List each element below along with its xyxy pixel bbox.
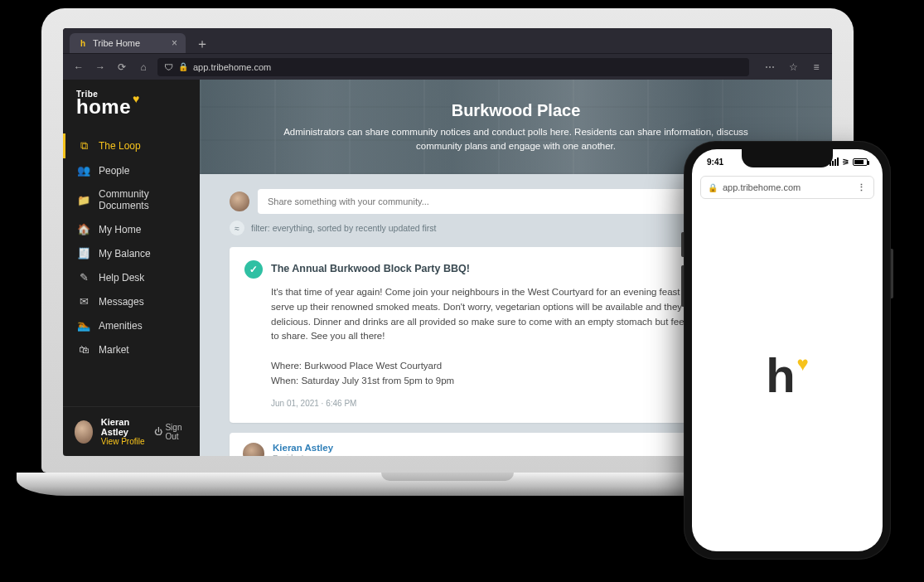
- tab-title: Tribe Home: [93, 38, 140, 48]
- sidebar-item-community-documents[interactable]: 📁 Community Documents: [63, 182, 200, 217]
- pool-icon: 🏊: [77, 319, 90, 332]
- community-subtitle: Administrators can share community notic…: [268, 125, 765, 152]
- browser-toolbar: ← → ⟳ ⌂ 🛡 🔒 app.tribehome.com ⋯ ☆ ≡: [63, 53, 832, 80]
- folder-icon: 📁: [77, 194, 90, 206]
- receipt-icon: 🧾: [77, 247, 90, 259]
- nav-reload-button[interactable]: ⟳: [114, 60, 129, 75]
- laptop-hinge-notch: [381, 473, 514, 481]
- community-title: Burkwood Place: [452, 101, 581, 120]
- sidebar-item-label: Help Desk: [99, 272, 144, 284]
- view-profile-link[interactable]: View Profile: [101, 437, 147, 446]
- envelope-icon: ✉: [77, 295, 90, 308]
- phone-side-button: [891, 249, 893, 298]
- hamburger-menu-icon[interactable]: ≡: [809, 60, 824, 75]
- address-bar[interactable]: 🛡 🔒 app.tribehome.com: [157, 58, 749, 76]
- reply-author-name: Kieran Astley: [273, 443, 447, 453]
- more-dots-icon[interactable]: ⋯: [762, 60, 777, 75]
- browser-tab[interactable]: h Tribe Home ×: [70, 33, 186, 53]
- phone-time: 9:41: [707, 158, 723, 167]
- sidebar-nav: ⧉ The Loop 👥 People 📁 Community Document…: [63, 133, 200, 361]
- user-avatar[interactable]: [75, 420, 93, 444]
- kebab-menu-icon[interactable]: ⋮: [857, 182, 867, 193]
- people-icon: 👥: [77, 164, 90, 177]
- nav-forward-button[interactable]: →: [93, 60, 108, 75]
- lock-icon: 🔒: [708, 183, 718, 192]
- phone-volume-up-button: [681, 232, 684, 257]
- pencil-icon: ✎: [77, 271, 90, 284]
- phone-screen: 9:41 ⚞ 🔒 app.tribehome.com ⋮ h ♥: [692, 149, 883, 551]
- sidebar-footer: Kieran Astley View Profile ⏻ Sign Out: [63, 406, 200, 456]
- shield-icon: 🛡: [164, 62, 173, 72]
- heart-icon: ♥: [133, 92, 140, 105]
- sidebar-item-market[interactable]: 🛍 Market: [63, 337, 200, 361]
- phone-frame: 9:41 ⚞ 🔒 app.tribehome.com ⋮ h ♥: [684, 141, 891, 560]
- reply-author-role: Resident: [273, 453, 447, 456]
- filter-icon: ≈: [230, 221, 244, 235]
- sidebar: Tribe home ♥ ⧉ The Loop 👥: [63, 80, 200, 456]
- sidebar-item-messages[interactable]: ✉ Messages: [63, 289, 200, 313]
- nav-back-button[interactable]: ←: [71, 60, 86, 75]
- bookmark-star-icon[interactable]: ☆: [786, 60, 801, 75]
- sidebar-item-label: People: [99, 165, 129, 177]
- phone-notch: [742, 149, 833, 167]
- power-icon: ⏻: [154, 427, 162, 436]
- composer-avatar: [230, 192, 249, 211]
- lock-icon: 🔒: [178, 62, 188, 71]
- sidebar-item-people[interactable]: 👥 People: [63, 158, 200, 182]
- bag-icon: 🛍: [77, 343, 90, 356]
- wifi-icon: ⚞: [842, 158, 849, 167]
- post-title: The Annual Burkwood Block Party BBQ!: [271, 261, 470, 277]
- sidebar-item-the-loop[interactable]: ⧉ The Loop: [63, 133, 200, 158]
- address-bar-text: app.tribehome.com: [193, 62, 271, 72]
- phone-content: h ♥: [692, 199, 883, 551]
- sidebar-item-label: Messages: [99, 296, 144, 308]
- nav-home-button[interactable]: ⌂: [136, 60, 151, 75]
- reply-avatar: [243, 443, 264, 456]
- heart-icon: ♥: [797, 352, 809, 376]
- browser-tab-strip: h Tribe Home × ＋: [63, 28, 832, 53]
- sidebar-item-my-home[interactable]: 🏠 My Home: [63, 217, 200, 241]
- phone-logo-letter: h: [766, 347, 795, 403]
- check-circle-icon: ✓: [244, 260, 263, 279]
- sidebar-item-label: Amenities: [99, 320, 143, 332]
- new-tab-button[interactable]: ＋: [191, 36, 214, 53]
- sidebar-item-my-balance[interactable]: 🧾 My Balance: [63, 241, 200, 265]
- sign-out-label: Sign Out: [165, 423, 188, 441]
- phone-address-bar[interactable]: 🔒 app.tribehome.com ⋮: [700, 176, 874, 199]
- sidebar-item-label: Market: [99, 344, 129, 356]
- sidebar-item-label: The Loop: [99, 140, 141, 152]
- phone-address-text: app.tribehome.com: [723, 182, 801, 192]
- phone-app-logo: h ♥: [766, 347, 809, 403]
- sidebar-item-help-desk[interactable]: ✎ Help Desk: [63, 265, 200, 289]
- tab-close-icon[interactable]: ×: [172, 37, 177, 49]
- home-icon: 🏠: [77, 223, 90, 235]
- filter-text: filter: everything, sorted by recently u…: [251, 223, 437, 233]
- brand-word: home: [76, 95, 131, 119]
- sign-out-button[interactable]: ⏻ Sign Out: [154, 423, 188, 441]
- favicon-icon: h: [78, 38, 88, 48]
- brand-super: Tribe: [76, 90, 98, 99]
- loop-icon: ⧉: [77, 139, 90, 153]
- battery-icon: [853, 158, 868, 166]
- sidebar-item-amenities[interactable]: 🏊 Amenities: [63, 313, 200, 337]
- footer-user-name: Kieran Astley: [101, 417, 147, 437]
- sidebar-item-label: My Balance: [99, 248, 151, 259]
- sidebar-item-label: Community Documents: [99, 188, 188, 211]
- phone-volume-down-button: [681, 265, 684, 307]
- sidebar-item-label: My Home: [99, 224, 141, 235]
- brand-logo[interactable]: Tribe home ♥: [63, 80, 200, 133]
